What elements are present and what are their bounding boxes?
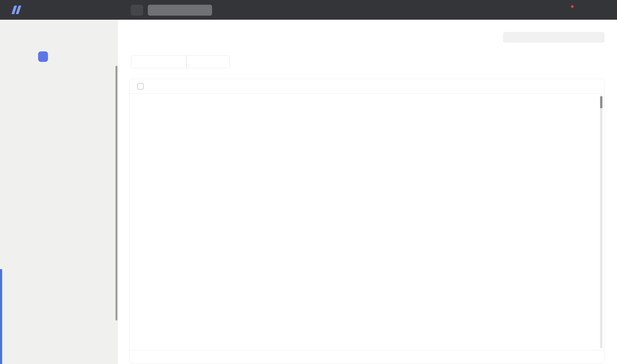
- theme-toggle-icon[interactable]: [536, 6, 545, 14]
- select-all-checkbox[interactable]: [137, 83, 144, 90]
- logo-slashes-icon: [13, 6, 20, 14]
- add-favorite-icon[interactable]: [376, 33, 384, 41]
- table-header: [129, 79, 604, 93]
- toolbar: [131, 55, 230, 68]
- favorites-icon[interactable]: [51, 52, 59, 61]
- topbar: [0, 0, 617, 20]
- sidebar-search-icon[interactable]: [93, 52, 101, 61]
- table-scrollbar[interactable]: [600, 95, 603, 348]
- search-input[interactable]: [518, 34, 601, 40]
- report-button[interactable]: [187, 55, 230, 68]
- pie-chart-icon: [134, 7, 141, 14]
- active-section-indicator: [0, 269, 2, 364]
- menu-toggle-icon[interactable]: [9, 52, 17, 61]
- table-settings-icon[interactable]: [592, 83, 598, 89]
- search-icon: [508, 34, 515, 40]
- table-scrollbar-thumb[interactable]: [600, 96, 603, 108]
- table-search: [503, 32, 604, 43]
- pen-icon: [154, 58, 161, 65]
- pin-page-icon[interactable]: [389, 33, 397, 41]
- export-icon[interactable]: [402, 33, 410, 41]
- footprints-icon[interactable]: [63, 52, 71, 61]
- app-window: [0, 0, 617, 364]
- table-footer: [129, 350, 604, 364]
- sidebar-scrollbar[interactable]: [116, 66, 117, 321]
- main-content: [118, 20, 617, 364]
- notification-badge: [570, 4, 574, 9]
- active-tab[interactable]: [148, 5, 212, 16]
- filter-icon[interactable]: [584, 83, 590, 89]
- operations-table: [129, 79, 604, 364]
- dashboard-tab-button[interactable]: [131, 5, 143, 16]
- import-icon[interactable]: [551, 6, 560, 14]
- global-search-icon[interactable]: [522, 6, 530, 14]
- tab-close-icon[interactable]: [203, 8, 209, 13]
- app-logo: [13, 0, 23, 20]
- menu-view-icon[interactable]: [38, 52, 48, 62]
- table-body: [129, 93, 604, 350]
- view-button[interactable]: [131, 55, 186, 68]
- user-avatar-icon[interactable]: [580, 6, 588, 14]
- user-menu-chevron-icon[interactable]: [601, 8, 606, 13]
- sidebar: [0, 20, 118, 364]
- copy-link-icon[interactable]: [364, 33, 372, 41]
- report-icon: [203, 58, 210, 65]
